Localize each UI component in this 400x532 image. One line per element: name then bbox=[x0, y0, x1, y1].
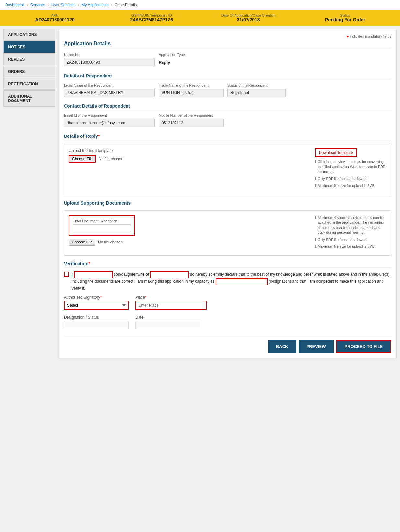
breadcrumb-my-applications[interactable]: My Applications bbox=[81, 3, 108, 7]
verification-capacity-input[interactable] bbox=[216, 278, 268, 285]
doc-info-3: ℹ Maximum file size for upload is 5MB. bbox=[315, 244, 386, 249]
sidebar: APPLICATIONS NOTICES REPLIES ORDERS RECT… bbox=[3, 29, 55, 358]
verification-checkbox[interactable] bbox=[64, 272, 69, 277]
respondent-details-title: Details of Respondent bbox=[64, 73, 391, 80]
breadcrumb-dashboard[interactable]: Dashboard bbox=[5, 3, 24, 7]
trade-name-field: Trade Name of the Respondent bbox=[159, 83, 224, 97]
place-input[interactable] bbox=[135, 301, 207, 310]
sidebar-item-additional-document[interactable]: ADDITIONAL DOCUMENT bbox=[3, 90, 55, 107]
doc-info-1: ℹ Maximum 4 supporting documents can be … bbox=[315, 215, 386, 235]
respondent-status-field: Status of the Respondent bbox=[227, 83, 286, 97]
desig-date-row: Designation / Status Date bbox=[64, 315, 391, 329]
signatory-label: Authorised Signatory* bbox=[64, 295, 129, 300]
breadcrumb-current: Case Details bbox=[115, 3, 137, 7]
bottom-buttons: BACK PREVIEW PROCEED TO FILE bbox=[64, 336, 391, 353]
reply-info-3: ℹ Maximum file size for upload is 5MB. bbox=[315, 183, 386, 188]
back-button[interactable]: BACK bbox=[268, 340, 296, 353]
mobile-label: Mobile Number of the Respondent bbox=[159, 113, 224, 117]
notice-no-label: Notice No bbox=[64, 53, 155, 57]
application-details-title: Application Details bbox=[64, 41, 391, 49]
sidebar-item-applications[interactable]: APPLICATIONS bbox=[3, 29, 55, 41]
trade-name-input bbox=[159, 89, 224, 97]
legal-name-input bbox=[64, 89, 155, 97]
reply-left: Upload the filled template Choose File N… bbox=[69, 148, 309, 190]
preview-button[interactable]: PREVIEW bbox=[299, 340, 334, 353]
app-type-field: Application Type Reply bbox=[159, 53, 185, 67]
date-label: Date bbox=[135, 315, 200, 320]
verification-row: I son/daughter/wife of do hereby solemnl… bbox=[64, 271, 391, 291]
date-input bbox=[135, 321, 200, 329]
proceed-button[interactable]: PROCEED TO FILE bbox=[336, 340, 392, 353]
email-input bbox=[64, 119, 155, 127]
upload-template-label: Upload the filled template bbox=[69, 148, 309, 153]
sidebar-item-replies[interactable]: REPLIES bbox=[3, 53, 55, 65]
legal-name-field: Legal Name of the Respondent bbox=[64, 83, 155, 97]
app-type-value: Reply bbox=[159, 58, 185, 67]
doc-right: ℹ Maximum 4 supporting documents can be … bbox=[315, 215, 386, 251]
verification-name-input[interactable] bbox=[74, 271, 113, 278]
application-details-section: Application Details Notice No Applicatio… bbox=[64, 41, 391, 67]
contact-details-section: Contact Details of Respondent Email Id o… bbox=[64, 103, 391, 127]
doc-desc-box: Enter Document Description bbox=[69, 215, 135, 236]
place-label: Place* bbox=[135, 295, 207, 300]
no-file-text-doc: No file chosen bbox=[98, 240, 123, 244]
header-arn: ARN AD2407180001120 bbox=[6, 13, 103, 22]
header-status: Status Pending For Order bbox=[297, 13, 394, 22]
notice-no-input bbox=[64, 58, 155, 66]
no-file-text-reply: No file chosen bbox=[99, 157, 123, 161]
breadcrumb-services[interactable]: Services bbox=[30, 3, 45, 7]
doc-desc-label: Enter Document Description bbox=[73, 219, 131, 223]
sidebar-item-rectification[interactable]: RECTIFICATION bbox=[3, 78, 55, 90]
respondent-status-input bbox=[227, 89, 286, 97]
reply-details-title: Details of Reply* bbox=[64, 134, 391, 140]
reply-section: Upload the filled template Choose File N… bbox=[64, 144, 391, 195]
sidebar-item-notices[interactable]: NOTICES bbox=[3, 41, 55, 53]
contact-details-title: Contact Details of Respondent bbox=[64, 103, 391, 110]
signatory-field: Authorised Signatory* Select bbox=[64, 295, 129, 310]
email-label: Email Id of the Respondent bbox=[64, 113, 155, 117]
main-content: ● indicates mandatory fields Application… bbox=[58, 29, 397, 358]
designation-label: Designation / Status bbox=[64, 315, 129, 320]
mandatory-notice: ● indicates mandatory fields bbox=[64, 34, 391, 38]
mobile-input bbox=[159, 119, 224, 127]
breadcrumb: Dashboard › Services › User Services › M… bbox=[0, 0, 400, 10]
breadcrumb-user-services[interactable]: User Services bbox=[51, 3, 76, 7]
designation-input bbox=[64, 321, 129, 329]
doc-left: Enter Document Description Choose File N… bbox=[69, 215, 309, 251]
date-field: Date bbox=[135, 315, 200, 329]
doc-file-input-row: Choose File No file chosen bbox=[69, 239, 309, 246]
signatory-select[interactable]: Select bbox=[64, 301, 129, 310]
designation-field: Designation / Status bbox=[64, 315, 129, 329]
email-field: Email Id of the Respondent bbox=[64, 113, 155, 127]
respondent-status-label: Status of the Respondent bbox=[227, 83, 286, 87]
choose-file-button-doc[interactable]: Choose File bbox=[69, 239, 95, 246]
signatory-row: Authorised Signatory* Select Place* bbox=[64, 295, 391, 310]
doc-section: Enter Document Description Choose File N… bbox=[64, 210, 391, 256]
doc-info-2: ℹ Only PDF file format is allowed. bbox=[315, 237, 386, 242]
verification-parent-input[interactable] bbox=[150, 271, 189, 278]
download-template-button[interactable]: Download Template bbox=[315, 148, 357, 157]
mobile-field: Mobile Number of the Respondent bbox=[159, 113, 224, 127]
header-date: Date Of Application/Case Creation 31/07/… bbox=[200, 13, 297, 22]
reply-right: Download Template ℹ Click here to view t… bbox=[315, 148, 386, 190]
verification-title: Verification* bbox=[64, 261, 391, 268]
reply-info-1: ℹ Click here to view the steps for conve… bbox=[315, 160, 386, 174]
doc-desc-input[interactable] bbox=[73, 224, 131, 232]
sidebar-item-orders[interactable]: ORDERS bbox=[3, 66, 55, 77]
trade-name-label: Trade Name of the Respondent bbox=[159, 83, 224, 87]
reply-info-2: ℹ Only PDF file format is allowed. bbox=[315, 176, 386, 181]
header-gstin: GSTIN/UIN/Temporary ID 24ABCPM8147P1Z6 bbox=[103, 13, 200, 22]
legal-name-label: Legal Name of the Respondent bbox=[64, 83, 155, 87]
respondent-details-section: Details of Respondent Legal Name of the … bbox=[64, 73, 391, 97]
verification-section: Verification* I son/daughter/wife of do … bbox=[64, 261, 391, 329]
verification-text: I son/daughter/wife of do hereby solemnl… bbox=[72, 271, 391, 291]
choose-file-button-reply[interactable]: Choose File bbox=[69, 155, 96, 163]
app-type-label: Application Type bbox=[159, 53, 185, 57]
notice-no-field: Notice No bbox=[64, 53, 155, 67]
supporting-docs-title: Upload Supporting Documents bbox=[64, 200, 391, 207]
header-banner: ARN AD2407180001120 GSTIN/UIN/Temporary … bbox=[0, 10, 400, 26]
reply-file-input-row: Choose File No file chosen bbox=[69, 155, 309, 163]
place-field: Place* bbox=[135, 295, 207, 310]
